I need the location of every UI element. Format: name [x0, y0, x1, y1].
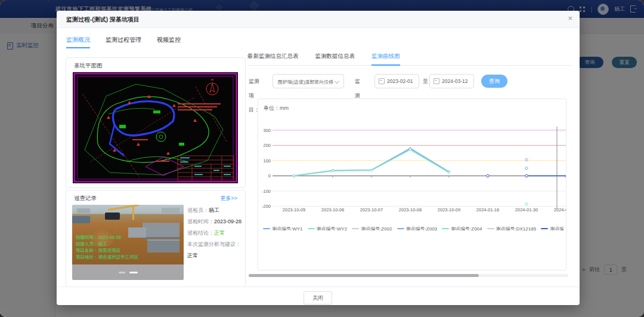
photo-crane-mast: [132, 205, 134, 220]
photo-concrete-wall: [147, 239, 179, 253]
legend-line-icon: [442, 228, 449, 229]
carousel-dot-active[interactable]: [129, 272, 138, 273]
close-button[interactable]: 关闭: [304, 291, 332, 304]
calendar-icon: [379, 78, 385, 84]
legend-label: 测点编号:Z003: [406, 226, 437, 231]
pit-plan-card: 基坑平面图: [66, 57, 246, 188]
legend-label: 测点编号:Z002: [361, 226, 392, 231]
field-label: 本次监测分析与建议：: [187, 241, 241, 247]
svg-text:2024-01-16: 2024-01-16: [476, 207, 499, 213]
field-value: 正常: [214, 230, 225, 236]
tab-最新监测信息汇总表[interactable]: 最新监测信息汇总表: [247, 53, 299, 65]
watermark-line: 拍摄时间：2023-09-28: [76, 234, 138, 241]
unit-label: 单位：mm: [264, 104, 289, 112]
svg-text:-200: -200: [262, 204, 271, 209]
inspection-field: 巡检时间：2023-09-28: [187, 216, 244, 227]
chart-query-button[interactable]: 查询: [481, 75, 507, 88]
svg-text:2023-10-09: 2023-10-09: [438, 207, 460, 213]
pit-plan-cad-image[interactable]: [73, 72, 238, 183]
watermark-line: 项目名称：深基坑项目: [76, 247, 138, 254]
legend-label: 测点编号:WY1: [272, 226, 303, 231]
field-value: 2023-09-28: [214, 218, 242, 224]
to-label: 至: [423, 74, 428, 88]
legend-label: 测点编号:WY2: [317, 226, 348, 231]
dialog-header: 监测过程-(测试) 深基坑项目 ×: [57, 11, 580, 28]
svg-text:2023-10-05: 2023-10-05: [283, 207, 305, 213]
monitor-item-select[interactable]: 围护墙(边坡)顶部竖向位移: [273, 74, 344, 88]
tab-监测数据信息表[interactable]: 监测数据信息表: [315, 53, 355, 65]
inspection-photo: 拍摄时间：2023-09-28拍摄人员：杨工项目名称：深基坑项目项目地址：湖北省…: [72, 205, 184, 264]
legend-label: 测点编号:Z001: [550, 226, 564, 231]
pit-plan-title: 基坑平面图: [74, 62, 103, 70]
legend-item[interactable]: 测点编号:WY1: [263, 226, 303, 231]
field-label: 巡检时间：: [187, 218, 214, 224]
svg-text:2023-10-08: 2023-10-08: [399, 207, 422, 213]
photo-building: [162, 208, 179, 213]
watermark-line: 拍摄人员：杨工: [76, 241, 138, 247]
legend-item[interactable]: 测点编号:Z002: [352, 226, 392, 231]
inspection-title: 巡查记录: [74, 195, 97, 202]
photo-hoarding: [72, 216, 90, 223]
inspection-record-card: 巡查记录 更多>> 拍摄时间：2023-09-28拍摄人员：杨工项目名称：深基坑…: [66, 190, 246, 287]
more-link[interactable]: 更多>>: [220, 195, 237, 202]
legend-item[interactable]: 测点编号:Z004: [442, 226, 482, 231]
right-panel-tabs: 最新监测信息汇总表监测数据信息表监测曲线图: [247, 53, 571, 66]
calendar-icon: [434, 78, 439, 84]
monitor-item-select-value: 围护墙(边坡)顶部竖向位移: [278, 79, 333, 85]
carousel-bar: [72, 264, 184, 280]
legend-item[interactable]: 测点编号:WY2: [308, 226, 348, 231]
close-icon[interactable]: ×: [568, 14, 572, 23]
scrollbar-thumb[interactable]: [249, 274, 479, 277]
time-label: 监测时间: [355, 74, 360, 88]
photo-building: [77, 208, 90, 213]
svg-text:200: 200: [263, 143, 271, 148]
legend-label: 测点编号:Z004: [451, 226, 482, 231]
date-from-value[interactable]: [387, 78, 420, 84]
watermark-line: 项目地址：湖北省武汉市江岸区: [76, 254, 138, 260]
photo-truck: [105, 213, 120, 220]
monitoring-process-dialog: 监测过程-(测试) 深基坑项目 × 监测概况监测过程管理视频监控 基坑平面图: [57, 11, 580, 305]
legend-line-icon: [541, 228, 548, 229]
monitor-line-chart[interactable]: 3002001000-100-2002023-10-052023-10-0620…: [258, 123, 566, 214]
svg-text:300: 300: [263, 128, 271, 133]
date-from-input[interactable]: [374, 74, 419, 88]
tab-监测过程管理[interactable]: 监测过程管理: [106, 36, 141, 48]
legend-item[interactable]: 测点编号:DX12185: [487, 226, 537, 231]
legend-item[interactable]: 测点编号:Z001: [541, 226, 564, 231]
photo-watermark: 拍摄时间：2023-09-28拍摄人员：杨工项目名称：深基坑项目项目地址：湖北省…: [76, 234, 138, 260]
legend-line-icon: [487, 228, 494, 229]
tab-监测概况[interactable]: 监测概况: [66, 36, 90, 48]
legend-line-icon: [263, 228, 270, 229]
legend-line-icon: [308, 228, 315, 229]
tab-监测曲线图[interactable]: 监测曲线图: [371, 53, 400, 66]
chart-legend: 测点编号:WY1测点编号:WY2测点编号:Z002测点编号:Z003测点编号:Z…: [263, 221, 564, 230]
modal-tabs: 监测概况监测过程管理视频监控: [66, 36, 196, 48]
app-window: 武汉市地下工程和深基坑监测预警系统 湖北C元岩土工程有限公司 | 杨工 项目分布…: [0, 0, 644, 317]
chart-panel: 单位：mm 3002001000-100-2002023-10-052023-1…: [258, 99, 566, 270]
inspection-field: 巡检员：杨工: [187, 205, 244, 216]
dialog-title: 监测过程-(测试) 深基坑项目: [66, 16, 140, 24]
horizontal-scrollbar[interactable]: [249, 274, 568, 277]
legend-label: 测点编号:DX12185: [496, 226, 537, 231]
photo-concrete-wall: [143, 223, 179, 239]
inspection-field: 本次监测分析与建议：: [187, 239, 244, 250]
svg-text:100: 100: [263, 158, 271, 164]
inspection-photo-carousel[interactable]: 拍摄时间：2023-09-28拍摄人员：杨工项目名称：深基坑项目项目地址：湖北省…: [72, 205, 184, 280]
legend-item[interactable]: 测点编号:Z003: [397, 226, 437, 231]
inspection-fields: 巡检员：杨工巡检时间：2023-09-28巡检结论：正常本次监测分析与建议：正常: [187, 205, 244, 261]
svg-text:-100: -100: [262, 189, 271, 194]
inspection-field: 正常: [187, 250, 244, 261]
carousel-dot[interactable]: [119, 272, 125, 273]
chevron-down-icon: [335, 79, 339, 84]
svg-text:2024-01-30: 2024-01-30: [515, 207, 538, 213]
svg-text:0: 0: [268, 173, 271, 178]
date-to-value[interactable]: [442, 78, 475, 84]
svg-text:2023-10-06: 2023-10-06: [321, 207, 344, 213]
date-to-input[interactable]: [429, 74, 474, 88]
legend-line-icon: [352, 228, 359, 229]
field-label: 巡检结论：: [187, 230, 214, 236]
tab-视频监控[interactable]: 视频监控: [157, 36, 181, 48]
svg-text:2023-10-07: 2023-10-07: [360, 207, 383, 213]
field-value: 正常: [187, 253, 198, 258]
field-label: 巡检员：: [187, 207, 209, 213]
